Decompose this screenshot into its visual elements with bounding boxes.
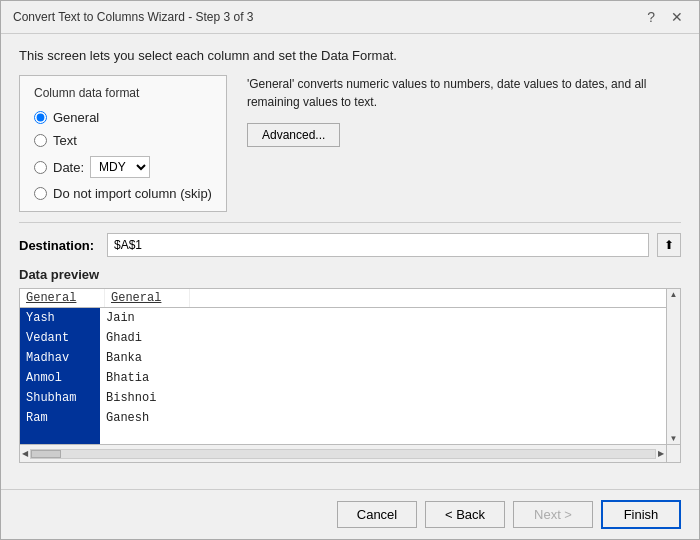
- cancel-button[interactable]: Cancel: [337, 501, 417, 528]
- radio-text-label[interactable]: Text: [53, 133, 77, 148]
- left-cell-1: Yash: [20, 308, 100, 328]
- preview-right-col: Jain Ghadi Banka Bhatia Bishnoi Ganesh: [100, 308, 680, 462]
- col-header-1: General: [20, 289, 105, 307]
- radio-general-input[interactable]: [34, 111, 47, 124]
- general-description: 'General' converts numeric values to num…: [247, 75, 681, 111]
- preview-table: General General Yash Vedant Madhav Anmol…: [19, 288, 681, 463]
- radio-date-row: Date: MDY DMY YMD MYD DYM YDM: [34, 156, 212, 178]
- date-format-select[interactable]: MDY DMY YMD MYD DYM YDM: [90, 156, 150, 178]
- close-button[interactable]: ✕: [667, 9, 687, 25]
- radio-skip-input[interactable]: [34, 187, 47, 200]
- right-cell-6: Ganesh: [100, 408, 680, 428]
- right-cell-1: Jain: [100, 308, 680, 328]
- scroll-left-arrow[interactable]: ◀: [22, 449, 28, 458]
- radio-skip-label[interactable]: Do not import column (skip): [53, 186, 212, 201]
- dialog-title: Convert Text to Columns Wizard - Step 3 …: [13, 10, 254, 24]
- radio-skip: Do not import column (skip): [34, 186, 212, 201]
- scrollbar-h-track: [30, 449, 656, 459]
- right-cell-5: Bishnoi: [100, 388, 680, 408]
- title-bar-controls: ? ✕: [643, 9, 687, 25]
- right-cell-2: Ghadi: [100, 328, 680, 348]
- preview-left-col: Yash Vedant Madhav Anmol Shubham Ram: [20, 308, 100, 462]
- radio-date-label[interactable]: Date:: [53, 160, 84, 175]
- preview-data-area: Yash Vedant Madhav Anmol Shubham Ram Jai…: [20, 308, 680, 462]
- left-cell-3: Madhav: [20, 348, 100, 368]
- radio-general-label[interactable]: General: [53, 110, 99, 125]
- radio-date-input[interactable]: [34, 161, 47, 174]
- col-header-2: General: [105, 289, 190, 307]
- back-button[interactable]: < Back: [425, 501, 505, 528]
- horizontal-scrollbar[interactable]: ◀ ▶: [20, 444, 666, 462]
- data-preview-label: Data preview: [19, 267, 681, 282]
- advanced-button[interactable]: Advanced...: [247, 123, 340, 147]
- scrollbar-corner: [666, 444, 680, 462]
- preview-header: General General: [20, 289, 680, 308]
- vertical-scrollbar[interactable]: ▲ ▼: [666, 308, 680, 444]
- column-format-box: Column data format General Text Date: MD…: [19, 75, 227, 212]
- scroll-down-arrow[interactable]: ▼: [670, 434, 678, 443]
- main-content: Column data format General Text Date: MD…: [19, 75, 681, 212]
- destination-row: Destination: ⬆: [19, 233, 681, 257]
- finish-button[interactable]: Finish: [601, 500, 681, 529]
- dialog-body: This screen lets you select each column …: [1, 34, 699, 489]
- left-cell-2: Vedant: [20, 328, 100, 348]
- intro-text: This screen lets you select each column …: [19, 48, 681, 63]
- scrollbar-h-thumb: [31, 450, 61, 458]
- radio-text: Text: [34, 133, 212, 148]
- help-button[interactable]: ?: [643, 9, 659, 25]
- footer: Cancel < Back Next > Finish: [1, 489, 699, 539]
- left-cell-4: Anmol: [20, 368, 100, 388]
- title-bar: Convert Text to Columns Wizard - Step 3 …: [1, 1, 699, 34]
- right-panel: 'General' converts numeric values to num…: [247, 75, 681, 147]
- right-cell-3: Banka: [100, 348, 680, 368]
- radio-text-input[interactable]: [34, 134, 47, 147]
- left-cell-6: Ram: [20, 408, 100, 428]
- destination-input[interactable]: [107, 233, 649, 257]
- picker-icon: ⬆: [664, 238, 674, 252]
- destination-picker-button[interactable]: ⬆: [657, 233, 681, 257]
- left-cell-5: Shubham: [20, 388, 100, 408]
- destination-label: Destination:: [19, 238, 99, 253]
- radio-general: General: [34, 110, 212, 125]
- divider: [19, 222, 681, 223]
- column-format-title: Column data format: [34, 86, 212, 100]
- data-preview-section: Data preview General General Yash Vedant…: [19, 267, 681, 475]
- right-cell-4: Bhatia: [100, 368, 680, 388]
- dialog: Convert Text to Columns Wizard - Step 3 …: [0, 0, 700, 540]
- scroll-right-arrow[interactable]: ▶: [658, 449, 664, 458]
- col-header-spacer: [190, 289, 680, 307]
- next-button[interactable]: Next >: [513, 501, 593, 528]
